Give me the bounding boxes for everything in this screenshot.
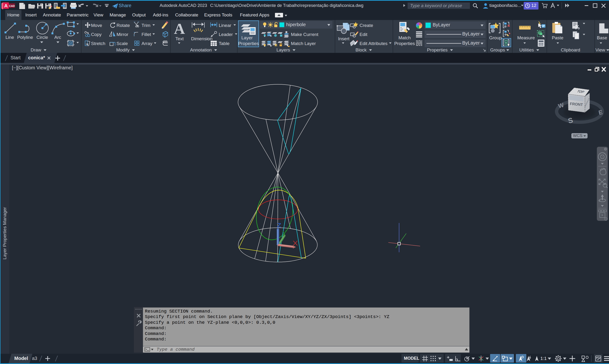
- svg-text:CAD: CAD: [9, 4, 15, 7]
- svg-text:A: A: [4, 3, 8, 8]
